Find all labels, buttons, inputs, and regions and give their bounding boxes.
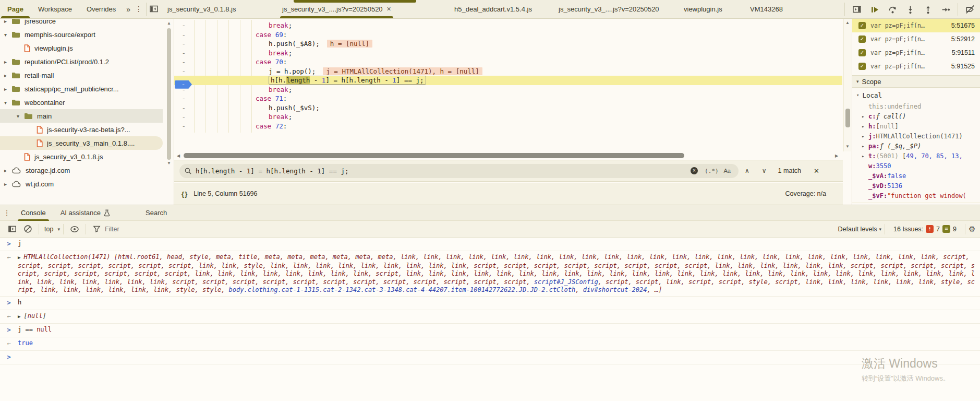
code-line[interactable]: -break; [174, 49, 842, 58]
console-input-row[interactable]: >j [0, 238, 980, 251]
console-result-row[interactable]: ←▶HTMLAllCollection(1471) [html.root61, … [0, 251, 980, 297]
console-input-row[interactable]: >j == null [0, 324, 980, 337]
editor-tab[interactable]: viewplugin.js [680, 0, 727, 18]
line-gutter[interactable]: - [174, 95, 192, 102]
tree-collapsed-arrow-icon[interactable]: ▸ [4, 168, 11, 173]
editor-tab[interactable]: js_security_v3_....js?v=20250520 [554, 0, 663, 18]
step-over-button[interactable] [887, 4, 898, 15]
tree-item[interactable]: viewplugin.js [0, 41, 163, 55]
search-input[interactable]: h[h.length - 1] = h[h.length - 1] == j; … [179, 164, 739, 178]
tree-collapsed-arrow-icon[interactable]: ▸ [4, 19, 11, 24]
breakpoint-checkbox[interactable]: ✓ [858, 63, 866, 70]
scope-variable[interactable]: _$vF: "function get window( [852, 191, 980, 200]
show-debugger-panel-icon[interactable] [851, 4, 863, 15]
code-line[interactable]: -case 69: [174, 30, 842, 40]
line-gutter[interactable]: - [174, 67, 192, 75]
scope-variable[interactable]: _$vA: false [852, 171, 980, 181]
scrollbar-thumb[interactable] [184, 153, 684, 158]
line-gutter[interactable]: - [174, 104, 192, 112]
scope-variable[interactable]: this: undefined [852, 101, 980, 111]
tab-close-icon[interactable]: × [387, 5, 391, 13]
tree-expanded-arrow-icon[interactable]: ▾ [4, 32, 11, 38]
code-viewport[interactable]: -break;-case 69:-h.push(_$A8);h = [null]… [174, 19, 842, 151]
clear-search-icon[interactable]: × [691, 167, 698, 174]
code-line[interactable]: -break; [174, 85, 842, 95]
breakpoint-checkbox[interactable]: ✓ [858, 49, 866, 56]
breakpoint-checkbox[interactable]: ✓ [858, 22, 866, 29]
tree-collapsed-arrow-icon[interactable]: ▸ [4, 73, 11, 78]
log-levels-selector[interactable]: Default levels [838, 226, 877, 233]
expand-arrow-icon[interactable]: ▸ [862, 154, 868, 159]
regex-toggle[interactable]: (.*) [705, 168, 719, 174]
code-line[interactable]: -break; [174, 21, 842, 30]
tree-collapsed-arrow-icon[interactable]: ▸ [4, 181, 11, 187]
line-gutter[interactable]: - [174, 58, 192, 66]
breakpoint-entry[interactable]: ✓var pz=pF;if(n…5:91511 [852, 46, 980, 60]
console-tab-console[interactable]: Console [14, 205, 53, 221]
tree-item[interactable]: ▾webcontainer [0, 96, 163, 109]
code-line[interactable]: -case 72: [174, 122, 842, 131]
line-gutter[interactable]: - [174, 113, 192, 121]
code-line[interactable]: -case 70: [174, 57, 842, 67]
step-into-button[interactable] [904, 4, 916, 15]
scope-section-header[interactable]: ▾ Scope [852, 75, 980, 88]
issues-counter[interactable]: 16 Issues: 7 9 [893, 225, 957, 233]
line-gutter[interactable]: - [174, 122, 192, 130]
editor-tab[interactable]: js_security_v3_0.1.8.js [163, 0, 240, 18]
scroll-up-icon[interactable]: ▲ [165, 21, 173, 26]
clear-console-icon[interactable] [21, 223, 34, 235]
editor-vertical-scrollbar[interactable]: ▲ ▼ [843, 19, 851, 151]
tree-item[interactable]: ▾main [0, 109, 163, 123]
tree-item[interactable]: ▸wl.jd.com [0, 177, 163, 191]
tree-item[interactable]: ▸retail-mall [0, 68, 163, 82]
pretty-print-icon[interactable]: { } [182, 190, 187, 198]
scroll-down-icon[interactable]: ▼ [165, 161, 173, 166]
line-gutter[interactable]: - [174, 49, 192, 57]
expand-arrow-icon[interactable]: ▸ [862, 114, 868, 119]
scroll-left-icon[interactable]: ◀ [175, 154, 182, 158]
tree-item[interactable]: ▸staticapp/pc_mall_public/encr... [0, 82, 163, 96]
console-tab-search[interactable]: Search [138, 205, 174, 221]
code-line[interactable]: -h.push(_$A8);h = [null] [174, 39, 842, 49]
tree-expanded-arrow-icon[interactable]: ▾ [4, 100, 11, 105]
code-line[interactable]: -h[h.length - 1] = h[h.length - 1] == j; [174, 76, 842, 85]
expand-triangle-icon[interactable]: ▶ [18, 312, 20, 319]
scope-variable[interactable]: ▸h: [null] [852, 121, 980, 131]
scrollbar-thumb[interactable] [167, 28, 171, 160]
code-line[interactable]: -j = h.pop();j = HTMLAllCollection(1471)… [174, 67, 842, 76]
scope-variable[interactable]: ▸c: ƒ call() [852, 111, 980, 121]
scrollbar-thumb[interactable] [845, 109, 850, 127]
line-gutter[interactable]: - [174, 21, 192, 29]
scroll-up-icon[interactable]: ▲ [844, 20, 851, 25]
step-out-button[interactable] [922, 4, 934, 15]
tree-item[interactable]: ▸jsresource [0, 19, 163, 28]
console-prompt-row[interactable]: > [0, 351, 980, 364]
tree-item[interactable]: js-security-v3-rac-beta.js?... [0, 123, 163, 136]
line-gutter[interactable]: - [174, 40, 192, 48]
previous-match-button[interactable]: ∧ [745, 167, 749, 174]
console-result-row[interactable]: ←true [0, 337, 980, 351]
tree-item[interactable]: js_security_v3_0.1.8.js [0, 150, 163, 163]
show-console-sidebar-icon[interactable] [6, 223, 18, 235]
breakpoint-entry[interactable]: ✓var pz=pF;if(n…5:91525 [852, 60, 980, 73]
tree-collapsed-arrow-icon[interactable]: ▸ [4, 59, 11, 65]
console-more-options-icon[interactable]: ⋮ [0, 209, 14, 217]
local-scope-header[interactable]: ▾ Local [852, 90, 980, 100]
expand-arrow-icon[interactable]: ▸ [862, 144, 868, 149]
scroll-right-icon[interactable]: ▶ [833, 154, 840, 158]
expand-arrow-icon[interactable]: ▸ [862, 124, 868, 129]
console-filter-input[interactable] [105, 226, 261, 233]
console-input-row[interactable]: >h [0, 297, 980, 310]
tree-item[interactable]: ▸reputation/PCList/prod/0.1.2 [0, 55, 163, 68]
resume-script-button[interactable] [869, 4, 880, 15]
code-line[interactable]: -h.push(_$vS); [174, 103, 842, 113]
editor-horizontal-scrollbar[interactable]: ◀ ▶ [174, 151, 842, 160]
expand-triangle-icon[interactable]: ▶ [18, 253, 20, 260]
scope-variable[interactable]: w: 3550 [852, 161, 980, 171]
tree-item[interactable]: ▸storage.jd.com [0, 163, 163, 177]
context-selector[interactable]: top [44, 226, 53, 233]
next-match-button[interactable]: ∨ [762, 167, 767, 174]
editor-tab[interactable]: h5_deal_addcart.v1.5.4.js [450, 0, 536, 18]
code-line[interactable]: -case 71: [174, 94, 842, 103]
editor-tab[interactable]: js_security_v3_....js?v=20250520× [278, 0, 395, 18]
